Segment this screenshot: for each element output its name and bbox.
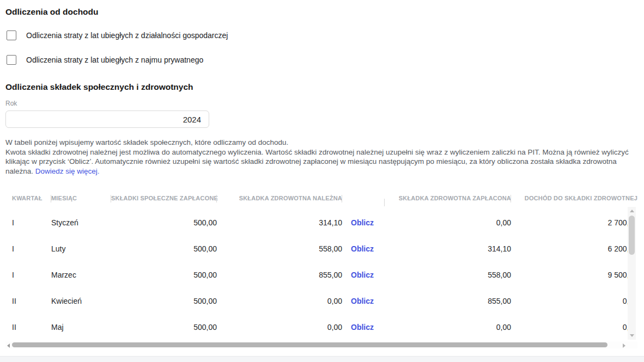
checkbox-label: Odliczenia straty z lat ubiegłych z najm… (26, 56, 203, 64)
cell-kwartal: I (5, 218, 51, 227)
horizontal-scrollbar[interactable] (5, 341, 637, 348)
cell-skladka-zdrowotna-zaplacona[interactable]: 558,00 (385, 271, 511, 279)
scroll-left-arrow-icon[interactable] (7, 343, 10, 348)
oblicz-button[interactable]: Oblicz (351, 244, 374, 253)
cell-miesiac: Styczeń (51, 218, 111, 227)
cell-skladki-spoleczne-zaplacone[interactable]: 500,00 (111, 244, 217, 253)
cell-miesiac: Marzec (51, 271, 111, 279)
cell-dochod-do-skladki-zdrowotnej[interactable]: 9 500,00 (511, 271, 628, 279)
vertical-scrollbar[interactable] (628, 207, 636, 340)
contributions-table: KWARTAŁ MIESIĄC SKŁADKI SPOŁECZNE ZAPŁAC… (5, 193, 644, 348)
oblicz-button[interactable]: Oblicz (351, 297, 374, 305)
horizontal-scrollbar-thumb[interactable] (12, 342, 607, 347)
section-title-income-deductions: Odliczenia od dochodu (5, 0, 644, 17)
loss-deduction-checkbox-row: Odliczenia straty z lat ubiegłych z najm… (5, 53, 644, 66)
description-line-1: W tabeli poniżej wpisujemy wartość skład… (5, 138, 641, 148)
cell-skladka-zdrowotna-nalezna[interactable]: 0,00 (217, 323, 342, 332)
oblicz-button[interactable]: Oblicz (351, 271, 374, 279)
checkbox[interactable] (7, 55, 16, 65)
cell-skladki-spoleczne-zaplacone[interactable]: 500,00 (111, 271, 217, 279)
cell-dochod-do-skladki-zdrowotnej[interactable]: 0,00 (511, 323, 628, 332)
cell-kwartal: I (5, 271, 51, 279)
cell-skladki-spoleczne-zaplacone[interactable]: 500,00 (111, 218, 217, 227)
cell-kwartal: II (5, 323, 51, 332)
cell-miesiac: Maj (51, 323, 111, 332)
table-row: II Kwiecień 500,00 0,00 Oblicz 855,00 0,… (5, 288, 628, 314)
cell-miesiac: Luty (51, 244, 111, 253)
oblicz-button[interactable]: Oblicz (351, 323, 374, 332)
cell-akcja: Oblicz (342, 218, 385, 227)
table-row: I Marzec 500,00 855,00 Oblicz 558,00 9 5… (5, 262, 628, 288)
column-header-kwartal: KWARTAŁ (5, 194, 51, 203)
column-header-skladka-zdrowotna-nalezna: SKŁADKA ZDROWOTNA NALEŻNA (217, 194, 342, 203)
deductions-page: Odliczenia od dochodu Odliczenia straty … (0, 0, 644, 362)
scroll-right-arrow-icon[interactable] (623, 343, 625, 348)
cell-akcja: Oblicz (342, 297, 385, 305)
checkbox[interactable] (7, 30, 16, 40)
learn-more-link[interactable]: Dowiedz się więcej. (35, 167, 100, 175)
column-header-skladki-spoleczne-zaplacone: SKŁADKI SPOŁECZNE ZAPŁACONE (111, 194, 217, 203)
cell-dochod-do-skladki-zdrowotnej[interactable]: 0,00 (511, 297, 628, 305)
year-input[interactable] (5, 111, 209, 128)
cell-skladka-zdrowotna-zaplacona[interactable]: 314,10 (385, 244, 511, 253)
cell-dochod-do-skladki-zdrowotnej[interactable]: 6 200,00 (511, 244, 628, 253)
cell-skladka-zdrowotna-nalezna[interactable]: 558,00 (217, 244, 342, 253)
table-row: I Luty 500,00 558,00 Oblicz 314,10 6 200… (5, 236, 628, 262)
cell-skladka-zdrowotna-nalezna[interactable]: 855,00 (217, 271, 342, 279)
cell-akcja: Oblicz (342, 244, 385, 253)
scroll-up-arrow-icon[interactable] (630, 210, 634, 212)
table-description: W tabeli poniżej wpisujemy wartość skład… (5, 138, 641, 176)
cell-kwartal: II (5, 297, 51, 305)
table-rows-viewport: I Styczeń 500,00 314,10 Oblicz 0,00 2 70… (5, 210, 628, 340)
cell-akcja: Oblicz (342, 271, 385, 279)
column-header-dochod-do-skladki-zdrowotnej: DOCHÓD DO SKŁADKI ZDROWOTNEJ (511, 194, 637, 203)
table-header-row: KWARTAŁ MIESIĄC SKŁADKI SPOŁECZNE ZAPŁAC… (5, 193, 637, 204)
cell-kwartal: I (5, 244, 51, 253)
section-title-contributions: Odliczenia składek społecznych i zdrowot… (5, 82, 644, 93)
cell-miesiac: Kwiecień (51, 297, 111, 305)
cell-skladka-zdrowotna-zaplacona[interactable]: 0,00 (385, 218, 511, 227)
cell-skladka-zdrowotna-zaplacona[interactable]: 855,00 (385, 297, 511, 305)
table-row: II Maj 500,00 0,00 Oblicz 0,00 0,00 (5, 314, 628, 340)
cell-akcja: Oblicz (342, 323, 385, 332)
cell-skladka-zdrowotna-nalezna[interactable]: 314,10 (217, 218, 342, 227)
scroll-down-arrow-icon[interactable] (630, 334, 634, 337)
cell-skladki-spoleczne-zaplacone[interactable]: 500,00 (111, 323, 217, 332)
cell-skladka-zdrowotna-zaplacona[interactable]: 0,00 (385, 323, 511, 332)
footer-bar (0, 356, 644, 362)
column-header-miesiac: MIESIĄC (51, 194, 111, 203)
cell-skladki-spoleczne-zaplacone[interactable]: 500,00 (111, 297, 217, 305)
oblicz-button[interactable]: Oblicz (351, 218, 374, 227)
checkbox-label: Odliczenia straty z lat ubiegłych z dzia… (26, 31, 228, 40)
loss-deduction-checkbox-row: Odliczenia straty z lat ubiegłych z dzia… (5, 29, 644, 42)
cell-dochod-do-skladki-zdrowotnej[interactable]: 2 700,00 (511, 218, 628, 227)
column-header-skladka-zdrowotna-zaplacona: SKŁADKA ZDROWOTNA ZAPŁACONA (385, 194, 511, 203)
vertical-scrollbar-thumb[interactable] (629, 216, 635, 255)
cell-skladka-zdrowotna-nalezna[interactable]: 0,00 (217, 297, 342, 305)
year-field-label: Rok (5, 100, 644, 107)
table-row: I Styczeń 500,00 314,10 Oblicz 0,00 2 70… (5, 210, 628, 236)
